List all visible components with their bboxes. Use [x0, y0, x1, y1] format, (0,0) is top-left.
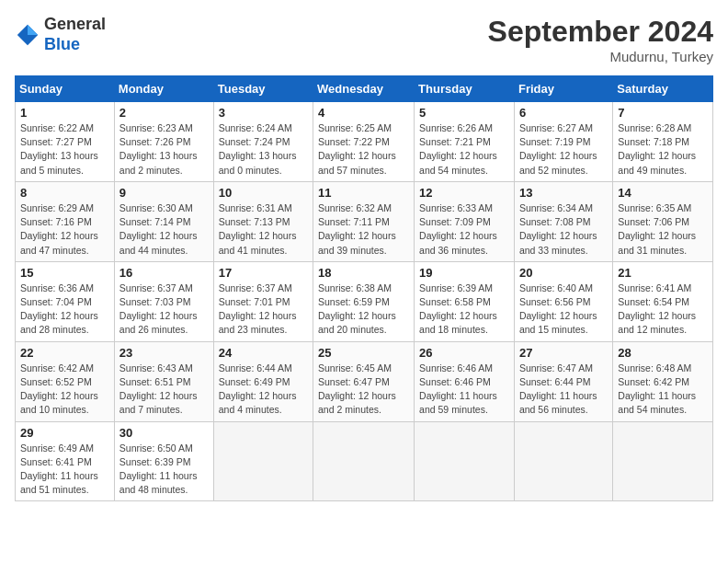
- logo-icon: [15, 22, 40, 48]
- day-number: 15: [20, 266, 109, 280]
- day-info: Sunrise: 6:48 AMSunset: 6:42 PMDaylight:…: [618, 362, 708, 418]
- day-number: 20: [519, 266, 608, 280]
- table-row: 13Sunrise: 6:34 AMSunset: 7:08 PMDayligh…: [514, 181, 612, 261]
- table-row: 11Sunrise: 6:32 AMSunset: 7:11 PMDayligh…: [313, 181, 415, 261]
- day-info: Sunrise: 6:40 AMSunset: 6:56 PMDaylight:…: [519, 282, 608, 338]
- day-number: 16: [119, 266, 209, 280]
- day-info: Sunrise: 6:37 AMSunset: 7:01 PMDaylight:…: [219, 282, 308, 338]
- table-row: 22Sunrise: 6:42 AMSunset: 6:52 PMDayligh…: [16, 341, 115, 421]
- table-row: 3Sunrise: 6:24 AMSunset: 7:24 PMDaylight…: [213, 102, 313, 182]
- title-block: September 2024 Mudurnu, Turkey: [488, 15, 713, 64]
- logo-blue: Blue: [44, 35, 80, 53]
- day-info: Sunrise: 6:47 AMSunset: 6:44 PMDaylight:…: [519, 362, 608, 418]
- day-number: 1: [20, 106, 109, 120]
- table-row: 19Sunrise: 6:39 AMSunset: 6:58 PMDayligh…: [415, 261, 515, 341]
- day-info: Sunrise: 6:32 AMSunset: 7:11 PMDaylight:…: [318, 201, 409, 258]
- day-info: Sunrise: 6:33 AMSunset: 7:09 PMDaylight:…: [419, 201, 509, 258]
- day-number: 18: [318, 266, 409, 280]
- day-number: 22: [20, 346, 109, 360]
- day-number: 24: [219, 346, 308, 360]
- svg-marker-1: [28, 24, 38, 34]
- day-info: Sunrise: 6:38 AMSunset: 6:59 PMDaylight:…: [318, 282, 409, 338]
- table-row: 9Sunrise: 6:30 AMSunset: 7:14 PMDaylight…: [114, 181, 213, 261]
- calendar-week-row: 1Sunrise: 6:22 AMSunset: 7:27 PMDaylight…: [16, 102, 713, 182]
- day-info: Sunrise: 6:49 AMSunset: 6:41 PMDaylight:…: [20, 442, 109, 498]
- day-number: 10: [219, 186, 308, 200]
- day-number: 23: [119, 346, 209, 360]
- col-sunday: Sunday: [16, 76, 115, 102]
- day-number: 2: [119, 106, 209, 120]
- day-number: 30: [119, 426, 209, 440]
- day-info: Sunrise: 6:43 AMSunset: 6:51 PMDaylight:…: [119, 362, 209, 418]
- day-number: 28: [618, 346, 708, 360]
- day-number: 17: [219, 266, 308, 280]
- table-row: 21Sunrise: 6:41 AMSunset: 6:54 PMDayligh…: [613, 261, 713, 341]
- col-monday: Monday: [114, 76, 213, 102]
- day-info: Sunrise: 6:34 AMSunset: 7:08 PMDaylight:…: [519, 201, 608, 258]
- logo-text: General Blue: [44, 15, 106, 54]
- table-row: [415, 421, 515, 501]
- day-number: 14: [618, 186, 708, 200]
- day-number: 21: [618, 266, 708, 280]
- day-number: 8: [20, 186, 109, 200]
- table-row: 29Sunrise: 6:49 AMSunset: 6:41 PMDayligh…: [16, 421, 115, 501]
- logo: General Blue: [15, 15, 106, 54]
- table-row: 24Sunrise: 6:44 AMSunset: 6:49 PMDayligh…: [213, 341, 313, 421]
- day-number: 11: [318, 186, 409, 200]
- day-number: 9: [119, 186, 209, 200]
- table-row: 15Sunrise: 6:36 AMSunset: 7:04 PMDayligh…: [16, 261, 115, 341]
- table-row: 4Sunrise: 6:25 AMSunset: 7:22 PMDaylight…: [313, 102, 415, 182]
- table-row: 27Sunrise: 6:47 AMSunset: 6:44 PMDayligh…: [514, 341, 612, 421]
- day-info: Sunrise: 6:25 AMSunset: 7:22 PMDaylight:…: [318, 121, 409, 178]
- table-row: 14Sunrise: 6:35 AMSunset: 7:06 PMDayligh…: [613, 181, 713, 261]
- calendar-week-row: 22Sunrise: 6:42 AMSunset: 6:52 PMDayligh…: [16, 341, 713, 421]
- day-info: Sunrise: 6:26 AMSunset: 7:21 PMDaylight:…: [419, 121, 509, 178]
- day-info: Sunrise: 6:44 AMSunset: 6:49 PMDaylight:…: [219, 362, 308, 418]
- table-row: 8Sunrise: 6:29 AMSunset: 7:16 PMDaylight…: [16, 181, 115, 261]
- day-info: Sunrise: 6:39 AMSunset: 6:58 PMDaylight:…: [419, 282, 509, 338]
- table-row: 16Sunrise: 6:37 AMSunset: 7:03 PMDayligh…: [114, 261, 213, 341]
- col-thursday: Thursday: [415, 76, 515, 102]
- day-info: Sunrise: 6:31 AMSunset: 7:13 PMDaylight:…: [219, 201, 308, 258]
- day-info: Sunrise: 6:37 AMSunset: 7:03 PMDaylight:…: [119, 282, 209, 338]
- day-number: 26: [419, 346, 509, 360]
- day-number: 5: [419, 106, 509, 120]
- table-row: 6Sunrise: 6:27 AMSunset: 7:19 PMDaylight…: [514, 102, 612, 182]
- col-wednesday: Wednesday: [313, 76, 415, 102]
- table-row: 10Sunrise: 6:31 AMSunset: 7:13 PMDayligh…: [213, 181, 313, 261]
- day-info: Sunrise: 6:24 AMSunset: 7:24 PMDaylight:…: [219, 121, 308, 178]
- table-row: 20Sunrise: 6:40 AMSunset: 6:56 PMDayligh…: [514, 261, 612, 341]
- day-info: Sunrise: 6:50 AMSunset: 6:39 PMDaylight:…: [119, 442, 209, 498]
- logo-general: General: [44, 15, 106, 33]
- table-row: 17Sunrise: 6:37 AMSunset: 7:01 PMDayligh…: [213, 261, 313, 341]
- month-title: September 2024: [488, 15, 713, 49]
- day-info: Sunrise: 6:28 AMSunset: 7:18 PMDaylight:…: [618, 121, 708, 178]
- table-row: 1Sunrise: 6:22 AMSunset: 7:27 PMDaylight…: [16, 102, 115, 182]
- col-saturday: Saturday: [613, 76, 713, 102]
- table-row: 28Sunrise: 6:48 AMSunset: 6:42 PMDayligh…: [613, 341, 713, 421]
- calendar-week-row: 29Sunrise: 6:49 AMSunset: 6:41 PMDayligh…: [16, 421, 713, 501]
- table-row: 5Sunrise: 6:26 AMSunset: 7:21 PMDaylight…: [415, 102, 515, 182]
- table-row: 12Sunrise: 6:33 AMSunset: 7:09 PMDayligh…: [415, 181, 515, 261]
- day-number: 27: [519, 346, 608, 360]
- day-info: Sunrise: 6:46 AMSunset: 6:46 PMDaylight:…: [419, 362, 509, 418]
- table-row: 30Sunrise: 6:50 AMSunset: 6:39 PMDayligh…: [114, 421, 213, 501]
- calendar-week-row: 15Sunrise: 6:36 AMSunset: 7:04 PMDayligh…: [16, 261, 713, 341]
- day-number: 29: [20, 426, 109, 440]
- table-row: [514, 421, 612, 501]
- day-info: Sunrise: 6:22 AMSunset: 7:27 PMDaylight:…: [20, 121, 109, 178]
- col-tuesday: Tuesday: [213, 76, 313, 102]
- day-info: Sunrise: 6:35 AMSunset: 7:06 PMDaylight:…: [618, 201, 708, 258]
- day-number: 25: [318, 346, 409, 360]
- table-row: 7Sunrise: 6:28 AMSunset: 7:18 PMDaylight…: [613, 102, 713, 182]
- calendar-table: Sunday Monday Tuesday Wednesday Thursday…: [15, 75, 713, 501]
- day-number: 3: [219, 106, 308, 120]
- day-info: Sunrise: 6:29 AMSunset: 7:16 PMDaylight:…: [20, 201, 109, 258]
- table-row: 23Sunrise: 6:43 AMSunset: 6:51 PMDayligh…: [114, 341, 213, 421]
- day-info: Sunrise: 6:23 AMSunset: 7:26 PMDaylight:…: [119, 121, 209, 178]
- day-info: Sunrise: 6:41 AMSunset: 6:54 PMDaylight:…: [618, 282, 708, 338]
- day-number: 7: [618, 106, 708, 120]
- day-info: Sunrise: 6:42 AMSunset: 6:52 PMDaylight:…: [20, 362, 109, 418]
- table-row: [613, 421, 713, 501]
- table-row: 2Sunrise: 6:23 AMSunset: 7:26 PMDaylight…: [114, 102, 213, 182]
